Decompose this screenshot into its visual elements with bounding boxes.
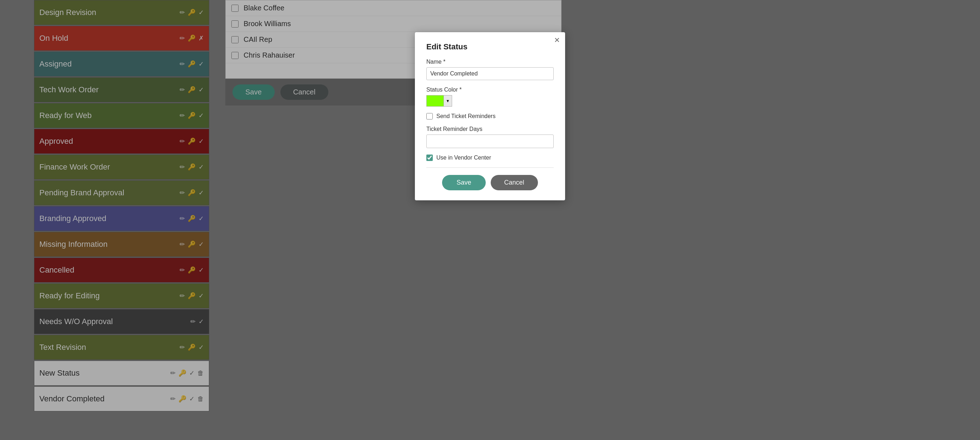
edit-status-modal: ✕ Edit Status Name * Status Color * ▼ Se…: [415, 32, 565, 200]
reminder-days-label: Ticket Reminder Days: [426, 126, 554, 132]
modal-footer: Save Cancel: [426, 175, 554, 190]
color-picker-row: ▼: [426, 95, 554, 107]
use-vendor-label: Use in Vendor Center: [436, 155, 491, 161]
modal-overlay: ✕ Edit Status Name * Status Color * ▼ Se…: [0, 0, 980, 440]
use-vendor-row: Use in Vendor Center: [426, 155, 554, 161]
send-reminder-row: Send Ticket Reminders: [426, 113, 554, 120]
modal-close-button[interactable]: ✕: [554, 36, 560, 45]
send-reminder-checkbox[interactable]: [426, 113, 433, 120]
name-input[interactable]: [426, 67, 554, 80]
send-reminder-label: Send Ticket Reminders: [436, 113, 495, 120]
color-box[interactable]: [426, 95, 444, 107]
modal-cancel-button[interactable]: Cancel: [491, 175, 538, 190]
reminder-days-input[interactable]: [426, 134, 554, 148]
modal-title: Edit Status: [426, 42, 554, 51]
name-label: Name *: [426, 59, 554, 65]
use-vendor-checkbox[interactable]: [426, 155, 433, 161]
color-label: Status Color *: [426, 86, 554, 93]
color-section: Status Color * ▼: [426, 86, 554, 107]
modal-save-button[interactable]: Save: [442, 175, 485, 190]
color-dropdown-button[interactable]: ▼: [444, 95, 452, 107]
modal-divider: [426, 167, 554, 168]
